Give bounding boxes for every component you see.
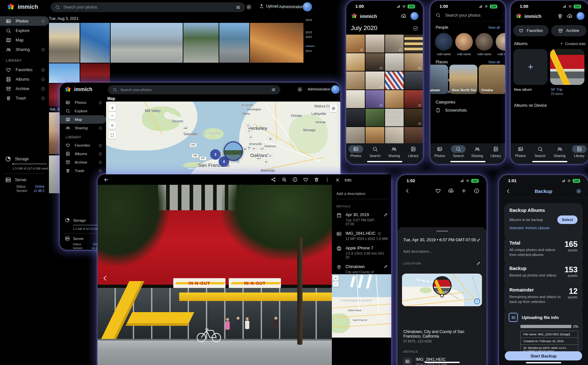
immich-logo[interactable]: immich — [7, 3, 38, 11]
sidebar-item-photos[interactable]: Photos — [0, 16, 49, 26]
search-input[interactable]: Search your photos — [51, 2, 245, 12]
photo-thumbnail[interactable] — [385, 90, 404, 108]
sidebar-item-map[interactable]: Map — [60, 115, 106, 124]
place-card[interactable]: Near North Side — [449, 65, 477, 94]
person-item[interactable]: Add name — [496, 33, 505, 56]
administration-link[interactable]: Administration — [279, 5, 304, 9]
filter-sliders-icon[interactable] — [271, 87, 276, 92]
photo-thumbnail[interactable] — [365, 127, 384, 145]
share-icon[interactable] — [271, 177, 276, 182]
search-input[interactable]: Search your photos — [430, 9, 505, 21]
photo-thumbnail[interactable] — [404, 71, 423, 89]
photo-thumbnail[interactable] — [365, 71, 384, 89]
user-avatar[interactable] — [577, 12, 584, 20]
cloud-sync-icon[interactable] — [401, 13, 407, 19]
cloud-sync-icon[interactable] — [567, 13, 573, 19]
map-zoom-in-button[interactable] — [333, 276, 338, 281]
favorite-heart-icon[interactable] — [303, 177, 308, 182]
nav-library[interactable]: Library — [487, 145, 505, 158]
photo-thumbnail[interactable] — [80, 63, 110, 83]
nav-search[interactable]: Search — [449, 145, 468, 158]
favorites-pill-button[interactable]: Favorites — [513, 25, 549, 36]
person-item[interactable]: Add name — [435, 33, 453, 56]
sidebar-item-trash[interactable]: Trash — [0, 93, 49, 103]
info-circle-icon[interactable] — [99, 144, 102, 147]
photo-thumbnail[interactable] — [404, 109, 423, 127]
sidebar-item-albums[interactable]: Albums — [0, 74, 49, 84]
archive-pill-button[interactable]: Archive — [551, 25, 586, 36]
scrubber-handle[interactable] — [305, 46, 315, 47]
info-circle-icon[interactable] — [41, 19, 45, 23]
search-input[interactable]: Search your photos — [108, 85, 280, 94]
photo-thumbnail[interactable] — [365, 53, 384, 71]
photo-thumbnail[interactable] — [346, 109, 365, 127]
prev-photo-chevron-icon[interactable] — [101, 275, 109, 282]
albums-sort-button[interactable]: Created date — [560, 42, 586, 46]
sidebar-item-favorites[interactable]: Favorites — [0, 65, 49, 74]
settings-gear-icon[interactable] — [576, 188, 581, 194]
map-settings-gear-button[interactable] — [330, 105, 337, 112]
photo-thumbnail[interactable] — [385, 127, 404, 145]
edit-pencil-icon[interactable] — [384, 264, 388, 269]
screenshots-row[interactable]: Screenshots — [430, 104, 505, 113]
map-zoom-in-button[interactable] — [109, 104, 116, 111]
map-zoom-out-button[interactable] — [109, 112, 116, 119]
nav-library[interactable]: Library — [570, 145, 588, 158]
sidebar-item-trash[interactable]: Trash — [60, 167, 106, 175]
photo-thumbnail[interactable] — [365, 109, 384, 127]
add-description-field[interactable]: Add description... — [397, 242, 487, 253]
back-chevron-icon[interactable] — [405, 188, 410, 194]
photo-thumbnail[interactable] — [365, 90, 384, 108]
timeline-scrubber[interactable]: 2024 ·· 2023 2022 · 2021 — [305, 18, 318, 53]
upload-button[interactable]: Upload — [259, 4, 278, 8]
photo-thumbnail[interactable] — [80, 23, 110, 63]
album-tile-sf-trip[interactable] — [550, 49, 584, 85]
photo-thumbnail[interactable] — [365, 35, 384, 53]
photo-thumbnail[interactable] — [404, 35, 423, 53]
info-circle-icon[interactable] — [41, 77, 45, 81]
new-album-tile[interactable] — [513, 49, 548, 85]
start-backup-button[interactable]: Start Backup — [505, 351, 582, 360]
photo-thumbnail[interactable] — [404, 127, 423, 145]
info-circle-icon[interactable] — [378, 232, 381, 235]
filter-sliders-icon[interactable] — [236, 5, 240, 10]
photo-thumbnail[interactable] — [183, 23, 219, 63]
nav-search[interactable]: Search — [366, 145, 384, 158]
add-name-label[interactable]: Add name — [496, 52, 505, 56]
sidebar-item-archive[interactable]: Archive — [60, 158, 106, 167]
info-map[interactable]: FISHERMAN'S WHARF Beach Street North Poi… — [332, 274, 391, 338]
people-view-all-link[interactable]: View all — [488, 25, 500, 29]
info-icon[interactable] — [474, 188, 479, 194]
more-kebab-icon[interactable] — [325, 177, 330, 182]
select-all-check-icon[interactable] — [413, 25, 418, 31]
sidebar-item-explore[interactable]: Explore — [0, 26, 49, 35]
user-avatar[interactable] — [410, 12, 418, 20]
sidebar-item-sharing[interactable]: Sharing — [0, 45, 49, 54]
nav-sharing[interactable]: Sharing — [468, 145, 486, 158]
person-item[interactable]: Add name — [475, 33, 493, 56]
photo-thumbnail[interactable] — [385, 71, 404, 89]
sidebar-item-favorites[interactable]: Favorites — [60, 141, 106, 150]
sidebar-item-explore[interactable]: Explore — [60, 107, 106, 115]
photo-thumbnail[interactable] — [250, 23, 303, 63]
info-circle-icon[interactable] — [99, 152, 102, 156]
nav-sharing[interactable]: Sharing — [385, 145, 403, 158]
info-circle-icon[interactable] — [41, 87, 45, 91]
map-attribution-info-icon[interactable]: i — [474, 298, 480, 304]
info-circle-icon[interactable] — [41, 68, 45, 72]
photo-thumbnail[interactable] — [219, 23, 249, 63]
places-view-all-link[interactable]: View all — [488, 60, 500, 64]
info-circle-icon[interactable] — [41, 48, 45, 52]
add-name-label[interactable]: Add name — [435, 52, 453, 56]
add-name-label[interactable]: Add name — [475, 52, 493, 56]
photo-thumbnail[interactable] — [111, 23, 183, 63]
photo-thumbnail[interactable] — [385, 35, 404, 53]
nav-library[interactable]: Library — [404, 145, 423, 158]
photo-thumbnail[interactable] — [346, 71, 365, 89]
nav-photos[interactable]: Photos — [431, 145, 449, 158]
sidebar-item-archive[interactable]: Archive — [0, 84, 49, 93]
map-compass-button[interactable] — [109, 122, 116, 129]
user-avatar[interactable] — [303, 2, 312, 11]
edit-pencil-icon[interactable] — [476, 261, 481, 265]
sidebar-item-photos[interactable]: Photos — [60, 98, 106, 107]
